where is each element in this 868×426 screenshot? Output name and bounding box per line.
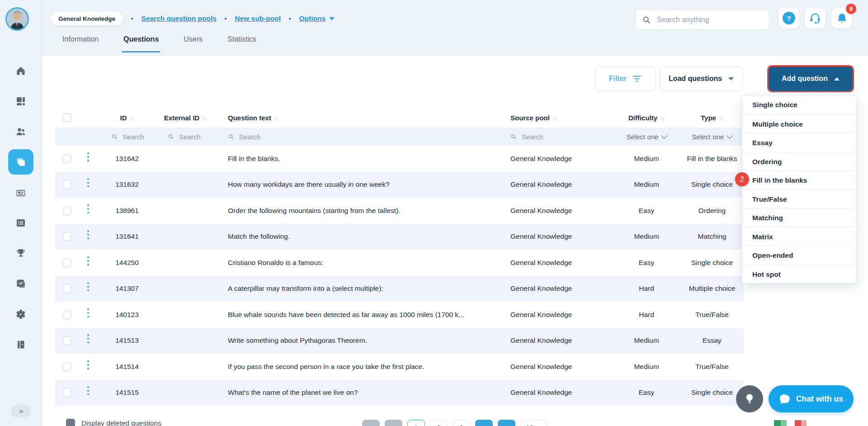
pagination-last-button[interactable]: » xyxy=(498,420,515,426)
pagination-prev-button[interactable]: ‹ xyxy=(385,420,402,426)
notifications-button[interactable]: 9 xyxy=(831,7,853,29)
filter-button[interactable]: Filter xyxy=(595,66,656,91)
cell-difficulty: Medium xyxy=(613,155,680,163)
display-checkbox[interactable] xyxy=(66,419,75,426)
difficulty-select[interactable]: Select one xyxy=(613,133,680,141)
id-search-field[interactable] xyxy=(111,133,156,141)
tab-statistics[interactable]: Statistics xyxy=(226,35,258,52)
row-checkbox[interactable] xyxy=(62,232,71,241)
menu-item-matching[interactable]: Matching xyxy=(742,208,856,227)
sort-icon[interactable]: ↑↓ xyxy=(552,115,557,122)
menu-item-open-ended[interactable]: Open-ended xyxy=(742,246,856,265)
source-pool-search-input[interactable] xyxy=(521,133,559,141)
link-options[interactable]: Options xyxy=(299,14,326,23)
list-icon[interactable] xyxy=(15,218,26,228)
row-checkbox[interactable] xyxy=(62,180,71,189)
menu-item-essay[interactable]: Essay xyxy=(742,133,856,152)
menu-item-hot-spot[interactable]: Hot spot xyxy=(742,265,856,284)
cell-question-text: A caterpillar may transform into a (sele… xyxy=(214,284,495,293)
exit-door-icon[interactable] xyxy=(15,339,26,350)
sort-icon[interactable]: ↑↓ xyxy=(130,115,134,122)
column-header-difficulty[interactable]: Difficulty↑↓ xyxy=(613,114,680,122)
link-new-sub-pool[interactable]: New sub-pool xyxy=(235,14,281,23)
trophy-icon[interactable] xyxy=(15,248,26,259)
row-checkbox[interactable] xyxy=(62,310,71,319)
tab-users[interactable]: Users xyxy=(182,35,204,52)
sort-icon[interactable]: ↑↓ xyxy=(660,115,665,122)
load-questions-button[interactable]: Load questions xyxy=(660,66,742,91)
question-text-search-field[interactable] xyxy=(228,133,495,141)
cell-type: True/False xyxy=(680,363,744,371)
add-question-button[interactable]: Add question xyxy=(769,66,853,91)
pagination-page-3[interactable]: 3 xyxy=(453,420,470,426)
chat-with-us-button[interactable]: Chat with us xyxy=(769,385,854,412)
column-header-external-id[interactable]: External ID↑↓ xyxy=(156,114,214,122)
cell-question-text: Order the following mountains (starting … xyxy=(214,207,495,215)
pagination-page-2[interactable]: 2 xyxy=(430,420,448,426)
source-pool-search-field[interactable] xyxy=(510,133,613,141)
settings-gear-icon[interactable] xyxy=(15,309,26,320)
menu-item-single-choice[interactable]: Single choice xyxy=(742,95,856,114)
pagination-next-button[interactable]: › xyxy=(475,420,493,426)
menu-item-matrix[interactable]: Matrix xyxy=(742,227,856,246)
row-checkbox[interactable] xyxy=(62,388,71,397)
cell-type: Single choice xyxy=(680,388,744,397)
external-id-search-input[interactable] xyxy=(178,133,207,141)
pagination-page-1[interactable]: 1 xyxy=(407,420,425,426)
column-header-question-text[interactable]: Question text↑↓ xyxy=(214,114,495,122)
question-pools-nav-active[interactable] xyxy=(8,149,33,175)
page-size-select[interactable]: 10 xyxy=(520,420,547,426)
column-header-type[interactable]: Type↑↓ xyxy=(680,114,744,122)
cell-question-text: Cristiano Ronaldo is a famous: xyxy=(214,259,495,267)
cell-source-pool: General Knowledge xyxy=(495,336,613,345)
menu-item-fill-in-the-blanks[interactable]: Fill in the blanks xyxy=(742,170,856,189)
cell-difficulty: Hard xyxy=(613,284,680,293)
users-icon[interactable] xyxy=(15,126,26,137)
sort-icon[interactable]: ↑↓ xyxy=(202,115,207,122)
row-checkbox[interactable] xyxy=(62,362,71,371)
display-deleted-toggle[interactable]: Display deleted questions xyxy=(66,419,161,426)
external-id-search-field[interactable] xyxy=(168,133,214,141)
help-button[interactable]: ? xyxy=(778,7,800,29)
search-icon xyxy=(111,133,118,140)
options-dropdown[interactable]: Options xyxy=(299,14,335,23)
dashboard-icon[interactable] xyxy=(15,96,26,107)
menu-item-true-false[interactable]: True/False xyxy=(742,189,856,208)
sort-icon[interactable]: ↑↓ xyxy=(719,115,723,122)
column-header-id[interactable]: ID↑↓ xyxy=(98,114,156,122)
row-checkbox[interactable] xyxy=(62,336,71,345)
row-checkbox[interactable] xyxy=(62,154,71,163)
menu-item-ordering[interactable]: Ordering xyxy=(742,152,856,171)
menu-item-multiple-choice[interactable]: Multiple choice xyxy=(742,114,856,133)
global-search[interactable] xyxy=(635,9,769,30)
select-all-checkbox[interactable] xyxy=(62,113,71,122)
column-header-source-pool[interactable]: Source pool↑↓ xyxy=(495,114,613,122)
tab-questions[interactable]: Questions xyxy=(122,35,160,52)
tasks-check-icon[interactable] xyxy=(15,278,26,289)
row-checkbox[interactable] xyxy=(62,284,71,293)
filter-button-label: Filter xyxy=(609,75,627,83)
tab-information[interactable]: Information xyxy=(61,35,100,52)
pagination-first-button[interactable]: « xyxy=(362,420,380,426)
global-search-input[interactable] xyxy=(656,15,763,24)
row-checkbox[interactable] xyxy=(62,206,71,215)
type-select[interactable]: Select one xyxy=(680,133,744,141)
link-search-question-pools[interactable]: Search question pools xyxy=(142,14,217,23)
id-search-input[interactable] xyxy=(122,133,151,141)
sidebar-collapse-button[interactable]: » xyxy=(11,405,31,417)
question-text-search-input[interactable] xyxy=(238,133,276,141)
avatar[interactable] xyxy=(5,7,29,31)
cell-id: 141514 xyxy=(98,363,156,371)
tips-button[interactable] xyxy=(736,385,763,412)
news-card-icon[interactable] xyxy=(15,188,26,199)
sort-icon[interactable]: ↑↓ xyxy=(274,115,278,122)
cell-source-pool: General Knowledge xyxy=(495,180,613,189)
search-icon xyxy=(168,133,174,140)
cell-id: 131632 xyxy=(98,180,156,189)
chat-bubble-icon xyxy=(779,393,791,405)
cell-difficulty: Easy xyxy=(613,207,680,215)
support-headset-button[interactable] xyxy=(804,7,826,29)
row-checkbox[interactable] xyxy=(62,258,71,267)
table-row: 141515 What's the name of the planet we … xyxy=(55,380,744,406)
home-icon[interactable] xyxy=(15,66,26,76)
